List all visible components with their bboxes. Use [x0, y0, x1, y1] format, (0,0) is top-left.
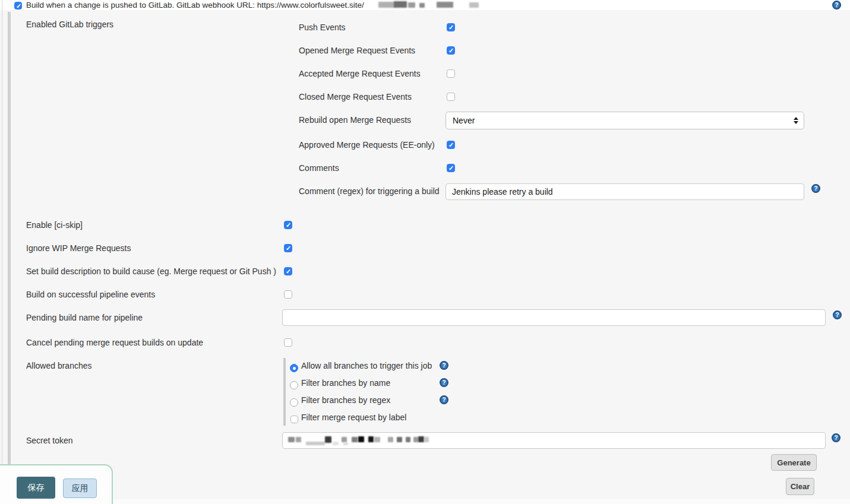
redacted-url-block — [437, 2, 453, 8]
rebuild-open-mr-select[interactable]: Never — [445, 112, 804, 129]
section-left-border — [2, 0, 2, 465]
clear-button[interactable]: Clear — [786, 478, 814, 495]
approved-mr-checkbox[interactable] — [447, 141, 455, 149]
comment-regex-input[interactable] — [445, 183, 804, 200]
ci-skip-label: Enable [ci-skip] — [26, 220, 83, 230]
build-on-push-checkbox[interactable] — [14, 2, 22, 9]
help-icon[interactable]: ? — [440, 378, 448, 387]
approved-mr-label: Approved Merge Requests (EE-only) — [299, 140, 435, 150]
build-description-checkbox[interactable] — [284, 267, 292, 275]
comment-regex-label: Comment (regex) for triggering a build — [299, 186, 440, 196]
allow-all-branches-radio[interactable] — [290, 364, 298, 372]
filter-branches-by-regex-label: Filter branches by regex — [301, 395, 390, 405]
allowed-branches-label: Allowed branches — [26, 361, 92, 370]
push-events-checkbox[interactable] — [447, 23, 455, 31]
rebuild-open-mr-select-value: Never — [453, 116, 475, 125]
help-icon[interactable]: ? — [832, 433, 840, 442]
filter-branches-by-regex-radio[interactable] — [290, 398, 298, 407]
generate-button[interactable]: Generate — [771, 454, 817, 471]
comments-checkbox[interactable] — [447, 164, 455, 172]
push-events-label: Push Events — [299, 23, 346, 32]
accepted-mr-events-label: Accepted Merge Request Events — [299, 69, 421, 78]
cancel-pending-label: Cancel pending merge request builds on u… — [26, 338, 203, 347]
pipeline-events-label: Build on successful pipeline events — [26, 290, 155, 299]
pending-build-name-label: Pending build name for pipeline — [26, 313, 143, 322]
ci-skip-checkbox[interactable] — [284, 221, 292, 229]
help-icon[interactable]: ? — [440, 395, 448, 404]
accepted-mr-events-checkbox[interactable] — [447, 69, 455, 78]
radio-group-indent-bar — [283, 358, 286, 426]
filter-branches-by-name-radio[interactable] — [290, 381, 298, 389]
filter-mr-by-label-checkbox[interactable] — [290, 416, 298, 423]
bottom-sticker-background — [0, 499, 850, 504]
comments-label: Comments — [299, 163, 339, 173]
closed-mr-events-label: Closed Merge Request Events — [299, 92, 412, 102]
filter-branches-by-name-label: Filter branches by name — [301, 378, 390, 388]
closed-mr-events-checkbox[interactable] — [447, 93, 455, 101]
ignore-wip-label: Ignore WIP Merge Requests — [26, 243, 131, 253]
help-icon[interactable]: ? — [832, 1, 841, 9]
form-section-background — [0, 10, 850, 504]
help-icon[interactable]: ? — [440, 361, 448, 370]
help-icon[interactable]: ? — [811, 184, 820, 193]
pipeline-events-checkbox[interactable] — [284, 290, 292, 299]
rebuild-open-mr-label: Rebuild open Merge Requests — [299, 115, 411, 125]
header-label: Build when a change is pushed to GitLab.… — [26, 1, 364, 9]
build-description-label: Set build description to build cause (eg… — [26, 267, 276, 276]
opened-mr-events-label: Opened Merge Request Events — [299, 46, 415, 55]
section-indent-bar — [8, 12, 11, 464]
triggers-section-label: Enabled GitLab triggers — [26, 20, 113, 29]
help-icon[interactable]: ? — [833, 310, 842, 319]
redacted-url-block — [394, 1, 407, 8]
redacted-url-block — [408, 2, 415, 8]
redacted-url-block — [469, 2, 479, 8]
secret-token-label: Secret token — [26, 436, 73, 445]
opened-mr-events-checkbox[interactable] — [447, 46, 455, 55]
save-button[interactable]: 保存 — [17, 477, 55, 499]
pending-build-name-input[interactable] — [282, 309, 826, 326]
allow-all-branches-label: Allow all branches to trigger this job — [301, 361, 432, 370]
redacted-url-block — [378, 2, 395, 8]
select-stepper-icon — [794, 117, 798, 124]
ignore-wip-checkbox[interactable] — [284, 244, 292, 252]
redacted-url-block — [419, 3, 425, 8]
filter-mr-by-label-label: Filter merge request by label — [301, 413, 406, 422]
apply-button[interactable]: 应用 — [63, 478, 97, 498]
cancel-pending-checkbox[interactable] — [284, 338, 292, 347]
